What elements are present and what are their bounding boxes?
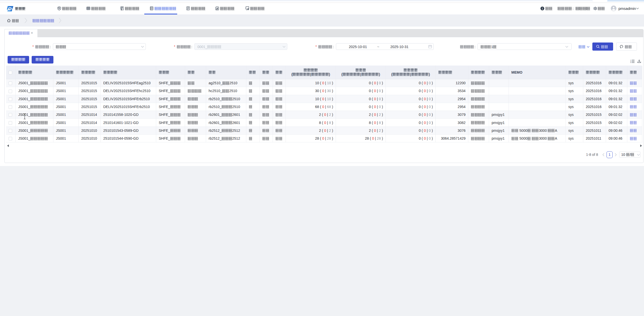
svg-text:3: 3 — [630, 62, 631, 63]
